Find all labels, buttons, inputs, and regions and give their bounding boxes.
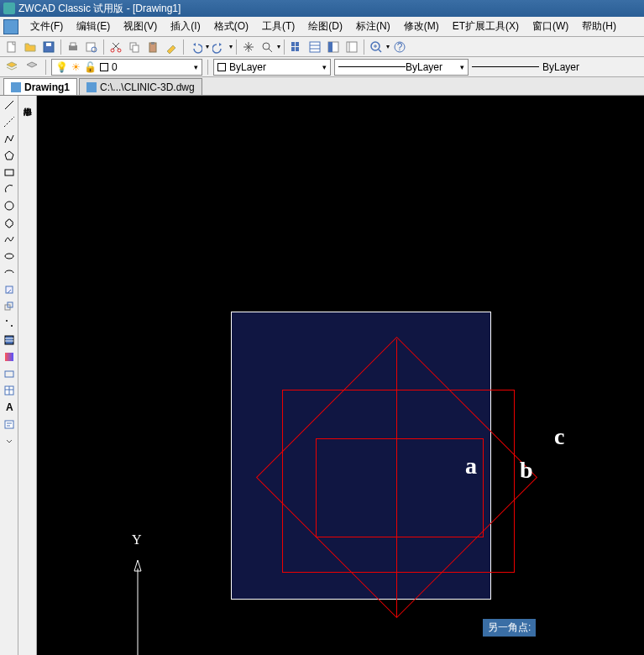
pan-button[interactable] xyxy=(240,39,257,55)
menu-bar: 文件(F) 编辑(E) 视图(V) 插入(I) 格式(O) 工具(T) 绘图(D… xyxy=(0,17,644,37)
undo-button[interactable] xyxy=(187,39,204,55)
spline-tool[interactable] xyxy=(2,232,17,247)
revision-cloud-tool[interactable] xyxy=(2,215,17,230)
separator xyxy=(364,39,364,55)
line-tool[interactable] xyxy=(2,97,17,113)
svg-line-29 xyxy=(379,50,381,52)
undo-dropdown-icon[interactable]: ▾ xyxy=(206,43,209,50)
zoom-window-button[interactable] xyxy=(368,39,385,55)
chevron-down-icon: ▾ xyxy=(460,63,464,71)
lineweight-value: ByLayer xyxy=(542,61,579,73)
construction-line-tool[interactable] xyxy=(2,114,17,129)
layer-prev-button[interactable] xyxy=(24,59,40,76)
paste-button[interactable] xyxy=(144,39,161,55)
svg-rect-38 xyxy=(6,286,13,293)
menu-format[interactable]: 格式(O) xyxy=(207,18,255,35)
svg-rect-18 xyxy=(296,47,299,51)
work-area: A 添加中心線 a b c Y xyxy=(0,96,644,655)
svg-rect-52 xyxy=(5,421,13,428)
menu-view[interactable]: 视图(V) xyxy=(117,18,164,35)
make-block-tool[interactable] xyxy=(2,299,17,314)
sun-icon: ☀ xyxy=(71,61,81,73)
menu-help[interactable]: 帮助(H) xyxy=(575,18,623,35)
svg-point-42 xyxy=(11,325,13,327)
zoom-window-dropdown-icon[interactable]: ▾ xyxy=(386,43,390,50)
menu-edit[interactable]: 编辑(E) xyxy=(70,18,117,35)
command-prompt-tooltip: 另一角点: xyxy=(482,618,537,637)
print-preview-button[interactable] xyxy=(83,39,100,55)
layer-manager-button[interactable] xyxy=(3,59,20,76)
ellipse-tool[interactable] xyxy=(2,249,17,264)
zoom-realtime-button[interactable] xyxy=(259,39,275,55)
dimension-toolbar: 添加中心線 xyxy=(18,96,37,655)
help-button[interactable]: ? xyxy=(391,39,408,55)
new-button[interactable] xyxy=(3,39,20,55)
svg-rect-24 xyxy=(347,42,357,52)
ucs-y-label: Y xyxy=(132,532,142,548)
svg-point-41 xyxy=(6,320,8,322)
mtext-tool[interactable] xyxy=(2,417,17,432)
toolbar-grid-button[interactable] xyxy=(288,39,305,55)
table-tool[interactable] xyxy=(2,383,17,398)
svg-point-13 xyxy=(263,43,270,50)
rectangle-tool[interactable] xyxy=(2,165,17,180)
open-button[interactable] xyxy=(22,39,39,55)
gradient-tool[interactable] xyxy=(2,349,17,364)
tab-label: C:\...\CLINIC-3D.dwg xyxy=(100,81,195,93)
linetype-value: ByLayer xyxy=(406,61,442,73)
layer-color-swatch xyxy=(100,63,108,71)
tool-palettes-button[interactable] xyxy=(343,39,360,55)
svg-rect-12 xyxy=(151,42,154,45)
print-button[interactable] xyxy=(65,39,81,55)
redo-button[interactable] xyxy=(211,39,228,55)
dropdown-icon[interactable] xyxy=(2,433,17,448)
svg-text:A: A xyxy=(6,401,13,413)
save-button[interactable] xyxy=(40,39,57,55)
layer-name: 0 xyxy=(112,61,118,73)
menu-file[interactable]: 文件(F) xyxy=(24,18,70,35)
menu-dimension[interactable]: 标注(N) xyxy=(349,18,397,35)
design-center-button[interactable] xyxy=(325,39,342,55)
properties-button[interactable] xyxy=(306,39,323,55)
arc-tool[interactable] xyxy=(2,181,17,196)
polyline-tool[interactable] xyxy=(2,131,17,146)
linetype-dropdown[interactable]: ByLayer ▾ xyxy=(334,59,469,76)
drawing-canvas[interactable]: a b c Y 另一角点: xyxy=(37,96,644,655)
svg-rect-10 xyxy=(133,45,139,52)
separator xyxy=(45,60,46,75)
circle-tool[interactable] xyxy=(2,198,17,213)
color-dropdown[interactable]: ByLayer ▾ xyxy=(213,59,331,76)
match-props-button[interactable] xyxy=(163,39,180,55)
tab-drawing1[interactable]: Drawing1 xyxy=(3,78,77,95)
separator xyxy=(236,39,237,55)
cut-button[interactable] xyxy=(107,39,124,55)
svg-text:?: ? xyxy=(397,41,403,53)
annotation-a: a xyxy=(465,453,477,479)
polygon-tool[interactable] xyxy=(2,148,17,163)
ellipse-arc-tool[interactable] xyxy=(2,265,17,280)
svg-point-36 xyxy=(5,202,13,210)
svg-rect-46 xyxy=(5,353,13,361)
layer-dropdown[interactable]: 💡 ☀ 🔓 0 ▾ xyxy=(51,59,202,76)
menu-et-ext[interactable]: ET扩展工具(X) xyxy=(446,18,526,35)
app-menu-icon[interactable] xyxy=(3,19,18,34)
insert-block-tool[interactable] xyxy=(2,282,17,297)
redo-dropdown-icon[interactable]: ▾ xyxy=(229,43,233,50)
copy-button[interactable] xyxy=(126,39,143,55)
point-tool[interactable] xyxy=(2,316,17,331)
hatch-tool[interactable] xyxy=(2,333,17,348)
region-tool[interactable] xyxy=(2,366,17,381)
lineweight-dropdown[interactable]: ByLayer xyxy=(472,61,579,73)
menu-insert[interactable]: 插入(I) xyxy=(164,18,207,35)
menu-tools[interactable]: 工具(T) xyxy=(255,18,301,35)
app-logo-icon xyxy=(3,3,15,14)
lineweight-preview xyxy=(472,66,539,67)
tab-clinic-3d[interactable]: C:\...\CLINIC-3D.dwg xyxy=(79,78,202,95)
text-tool[interactable]: A xyxy=(2,400,17,415)
zoom-dropdown-icon[interactable]: ▾ xyxy=(277,43,280,50)
svg-rect-47 xyxy=(5,371,13,377)
dimension-toolbar-label: 添加中心線 xyxy=(22,97,34,101)
menu-window[interactable]: 窗口(W) xyxy=(526,18,575,35)
menu-modify[interactable]: 修改(M) xyxy=(397,18,446,35)
menu-draw[interactable]: 绘图(D) xyxy=(301,18,349,35)
